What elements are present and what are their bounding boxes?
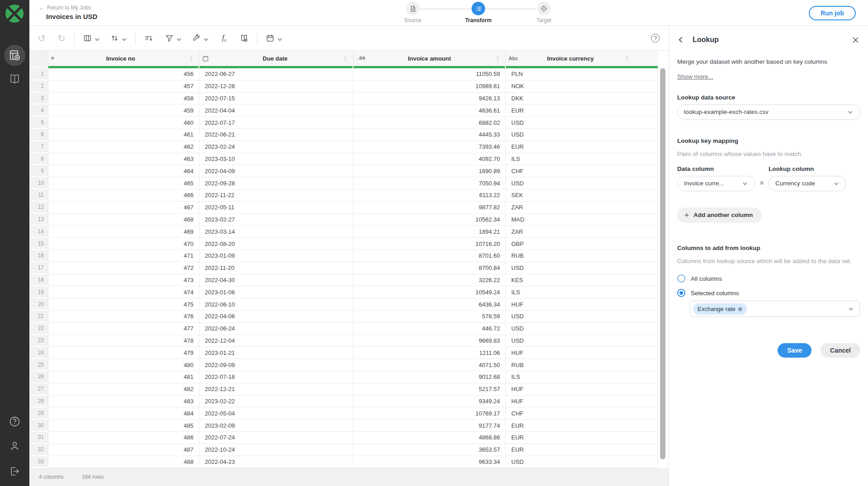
cell[interactable]: 6436.34: [354, 298, 506, 311]
vertical-scrollbar[interactable]: [660, 68, 665, 459]
cell[interactable]: 2023-01-06: [199, 286, 354, 298]
cell[interactable]: 478: [48, 335, 199, 347]
cell[interactable]: 11050.59: [354, 68, 506, 80]
chevron-down-icon[interactable]: [176, 36, 182, 42]
cell[interactable]: 466: [48, 189, 199, 202]
sidebar-account-button[interactable]: [9, 440, 20, 452]
cell[interactable]: 9426.13: [354, 93, 506, 105]
cell[interactable]: RUB: [506, 250, 658, 262]
radio-all-columns[interactable]: All columns: [677, 274, 860, 283]
save-button[interactable]: Save: [778, 343, 811, 358]
cell[interactable]: 481: [48, 371, 199, 383]
date-tools-button[interactable]: [262, 31, 278, 46]
back-chevron-icon[interactable]: [677, 36, 684, 43]
column-menu-icon[interactable]: ⋮: [623, 55, 631, 61]
cell[interactable]: 459: [48, 104, 199, 117]
cell[interactable]: 460: [48, 117, 199, 129]
cell[interactable]: 458: [48, 93, 199, 105]
selected-columns-multiselect[interactable]: Exchange rate ⊗: [690, 301, 860, 317]
step-target[interactable]: Target: [524, 2, 564, 24]
cell[interactable]: 2023-02-27: [199, 214, 354, 226]
cell[interactable]: ILS: [506, 153, 658, 165]
cell[interactable]: 477: [48, 323, 199, 335]
cell[interactable]: 2022-10-24: [199, 444, 354, 456]
cell[interactable]: 2022-09-09: [199, 359, 354, 371]
step-source[interactable]: Source: [392, 2, 433, 24]
cell[interactable]: 1894.21: [354, 226, 506, 238]
cell[interactable]: 2022-11-22: [199, 189, 354, 202]
cell[interactable]: 578.59: [354, 311, 506, 323]
cell[interactable]: 2022-12-04: [199, 335, 354, 347]
cell[interactable]: 471: [48, 250, 199, 262]
cell[interactable]: CHF: [506, 407, 658, 420]
cell[interactable]: 2022-04-30: [199, 274, 354, 287]
cell[interactable]: KES: [506, 274, 658, 287]
data-column-select[interactable]: Invoice curre...: [677, 176, 755, 191]
undo-button[interactable]: ↺: [34, 31, 49, 46]
column-header-invoice-currency[interactable]: Abc Invoice currency ⋮: [506, 51, 669, 66]
show-more-link[interactable]: Show more...: [677, 73, 713, 80]
cell[interactable]: HUF: [506, 298, 658, 311]
cell[interactable]: ZAR: [506, 202, 658, 214]
cell[interactable]: 10716.20: [354, 238, 506, 250]
cell[interactable]: 9177.74: [354, 420, 506, 432]
back-to-jobs-link[interactable]: ← Return to My Jobs: [38, 4, 91, 11]
cell[interactable]: 2023-02-24: [199, 141, 354, 153]
cell[interactable]: 2023-03-10: [199, 153, 354, 165]
sort-button[interactable]: [107, 31, 122, 46]
cell[interactable]: 3653.57: [354, 444, 506, 456]
cell[interactable]: 483: [48, 396, 199, 408]
cell[interactable]: GBP: [506, 238, 658, 250]
column-header-invoice-no[interactable]: # Invoice no ⋮: [48, 51, 199, 66]
data-source-select[interactable]: lookup-example-exch-rates.csv: [677, 104, 860, 120]
sort-lines-button[interactable]: [141, 31, 156, 46]
cell[interactable]: 9012.68: [354, 371, 506, 383]
cell[interactable]: USD: [506, 456, 658, 468]
cancel-button[interactable]: Cancel: [821, 343, 860, 358]
close-icon[interactable]: [852, 37, 859, 43]
cell[interactable]: 2022-04-06: [199, 311, 354, 323]
cell[interactable]: 2022-07-24: [199, 432, 354, 444]
cell[interactable]: USD: [506, 129, 658, 141]
cell[interactable]: 8700.84: [354, 262, 506, 274]
cell[interactable]: 486: [48, 432, 199, 444]
cell[interactable]: CHF: [506, 165, 658, 177]
brand-logo-icon[interactable]: [5, 4, 24, 23]
cell[interactable]: 7050.94: [354, 177, 506, 189]
cell[interactable]: 4071.50: [354, 359, 506, 371]
cell[interactable]: 9633.34: [354, 456, 506, 468]
column-header-due-date[interactable]: Due date ⋮: [199, 51, 354, 66]
cleanse-button[interactable]: [189, 31, 204, 46]
cell[interactable]: 10562.34: [354, 214, 506, 226]
cell[interactable]: EUR: [506, 432, 658, 444]
cell[interactable]: 10989.61: [354, 80, 506, 93]
cell[interactable]: 480: [48, 359, 199, 371]
cell[interactable]: USD: [506, 262, 658, 274]
cell[interactable]: 5217.57: [354, 383, 506, 396]
cell[interactable]: 2022-12-26: [199, 80, 354, 93]
cell[interactable]: 2022-04-23: [199, 456, 354, 468]
cell[interactable]: 467: [48, 202, 199, 214]
cell[interactable]: 482: [48, 383, 199, 396]
cell[interactable]: 2022-08-20: [199, 238, 354, 250]
cell[interactable]: 476: [48, 311, 199, 323]
cell[interactable]: HUF: [506, 347, 658, 359]
cell[interactable]: 1690.89: [354, 165, 506, 177]
cell[interactable]: ILS: [506, 286, 658, 298]
cell[interactable]: 457: [48, 80, 199, 93]
cell[interactable]: 2023-02-22: [199, 396, 354, 408]
cell[interactable]: 3226.22: [354, 274, 506, 287]
cell[interactable]: 485: [48, 420, 199, 432]
cell[interactable]: 446.72: [354, 323, 506, 335]
cell[interactable]: 6882.02: [354, 117, 506, 129]
cell[interactable]: MAD: [506, 214, 658, 226]
cell[interactable]: 2022-06-24: [199, 323, 354, 335]
cell[interactable]: 9877.82: [354, 202, 506, 214]
cell[interactable]: 464: [48, 165, 199, 177]
cell[interactable]: 2022-07-15: [199, 93, 354, 105]
filter-button[interactable]: [161, 31, 177, 46]
tag-remove-icon[interactable]: ⊗: [738, 306, 743, 312]
cell[interactable]: 2022-05-11: [199, 202, 354, 214]
cell[interactable]: 463: [48, 153, 199, 165]
cell[interactable]: 2023-01-21: [199, 347, 354, 359]
